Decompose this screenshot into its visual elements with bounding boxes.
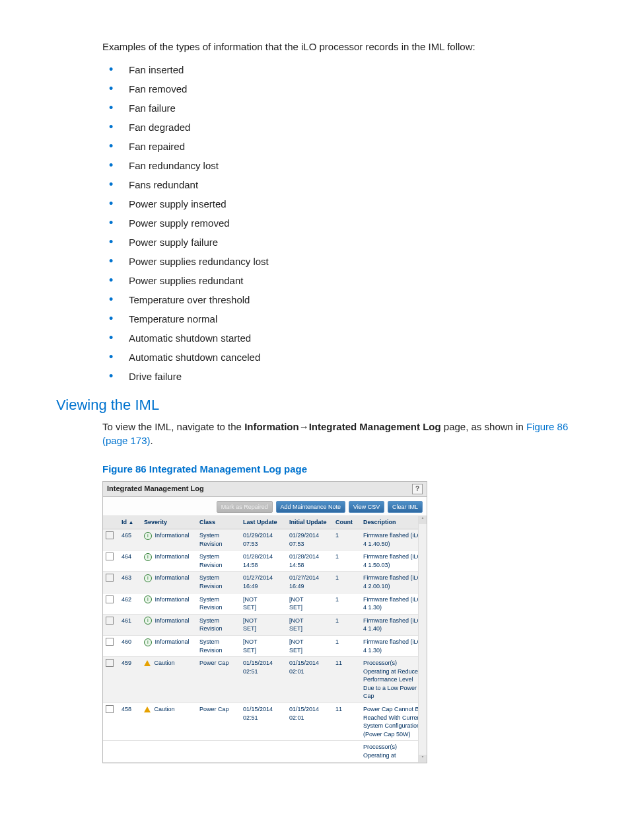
vertical-scrollbar[interactable]: ˄ ˅ [418, 516, 427, 762]
cell-description: Processor(s) Operating at Reduced Perfor… [361, 657, 427, 703]
row-checkbox[interactable] [106, 705, 114, 713]
list-item: Fan inserted [109, 60, 574, 79]
cell-class: System Revision [197, 572, 240, 593]
intro-paragraph: Examples of the types of information tha… [102, 40, 574, 54]
col-count[interactable]: Count [333, 516, 361, 529]
info-icon: i [144, 553, 152, 561]
cell-count: 1 [333, 614, 361, 635]
sort-ascending-icon: ▲ [129, 519, 134, 525]
cell-description: Firmware flashed (iLO 4 1.30) [361, 593, 427, 614]
cell-class: System Revision [197, 593, 240, 614]
list-item: Power supply inserted [109, 194, 574, 213]
table-row[interactable]: 460i InformationalSystem Revision[NOTSET… [103, 635, 427, 656]
list-item: Automatic shutdown started [109, 328, 574, 348]
table-row[interactable]: 462i InformationalSystem Revision[NOTSET… [103, 593, 427, 614]
row-checkbox[interactable] [106, 659, 114, 667]
cell-class: System Revision [197, 614, 240, 635]
arrow-icon: → [299, 421, 309, 432]
info-icon: i [144, 574, 152, 582]
scroll-down-icon[interactable]: ˅ [419, 755, 427, 763]
row-checkbox[interactable] [106, 531, 114, 539]
row-checkbox[interactable] [106, 638, 114, 646]
list-item: Power supply failure [109, 233, 574, 252]
cell-description: Firmware flashed (iLO 4 1.50.03) [361, 551, 427, 572]
cell-description: Power Cap Cannot Be Reached With Current… [361, 703, 427, 741]
add-maintenance-note-button[interactable]: Add Maintenance Note [276, 501, 346, 514]
table-row[interactable]: 464i InformationalSystem Revision01/28/2… [103, 551, 427, 572]
cell-description: Firmware flashed (iLO 4 2.00.10) [361, 572, 427, 593]
cell-class: System Revision [197, 551, 240, 572]
list-item: Fan redundancy lost [109, 156, 574, 175]
cell-initial-update: [NOTSET] [287, 593, 333, 614]
col-class[interactable]: Class [197, 516, 240, 529]
cell-description: Firmware flashed (iLO 4 1.30) [361, 635, 427, 656]
table-row[interactable]: 465i InformationalSystem Revision01/29/2… [103, 529, 427, 550]
cell-severity: i Informational [141, 529, 197, 550]
col-description[interactable]: Description [361, 516, 427, 529]
figure-iml-screenshot: Integrated Management Log ? Mark as Repa… [102, 481, 427, 763]
cell-count: 1 [333, 551, 361, 572]
cell-count: 1 [333, 572, 361, 593]
cell-description: Processor(s) Operating at [361, 741, 427, 762]
col-id[interactable]: Id ▲ [119, 516, 141, 529]
col-last-update[interactable]: Last Update [240, 516, 287, 529]
table-row[interactable]: 459 CautionPower Cap01/15/201402:5101/15… [103, 657, 427, 703]
text: To view the IML, navigate to the [102, 421, 244, 432]
cell-last-update: [NOTSET] [240, 593, 287, 614]
list-item: Fans redundant [109, 175, 574, 194]
cell-last-update: 01/29/201407:53 [240, 529, 287, 550]
mark-as-repaired-button[interactable]: Mark as Repaired [217, 501, 273, 514]
cell-id: 458 [119, 703, 141, 741]
list-item: Fan degraded [109, 118, 574, 137]
info-icon: i [144, 595, 152, 603]
cell-count: 11 [333, 657, 361, 703]
col-initial-update[interactable]: Initial Update [287, 516, 333, 529]
row-checkbox[interactable] [106, 553, 114, 560]
nav-path-information: Information [244, 421, 299, 432]
list-item: Power supplies redundant [109, 271, 574, 290]
section-heading-viewing-iml: Viewing the IML [56, 395, 574, 416]
list-item: Temperature normal [109, 309, 574, 328]
row-checkbox[interactable] [106, 574, 114, 582]
examples-list: Fan inserted Fan removed Fan failure Fan… [109, 60, 574, 386]
list-item: Fan repaired [109, 137, 574, 156]
col-id-label: Id [122, 519, 127, 525]
clear-iml-button[interactable]: Clear IML [388, 501, 423, 514]
cell-id: 460 [119, 635, 141, 656]
list-item: Temperature over threshold [109, 290, 574, 309]
info-icon: i [144, 638, 152, 646]
scroll-up-icon[interactable]: ˄ [419, 516, 427, 524]
cell-id: 461 [119, 614, 141, 635]
table-row[interactable]: 458 CautionPower Cap01/15/201402:5101/15… [103, 703, 427, 741]
iml-log-table: Id ▲ Severity Class Last Update Initial … [103, 516, 427, 762]
cell-count: 1 [333, 635, 361, 656]
table-row[interactable]: 463i InformationalSystem Revision01/27/2… [103, 572, 427, 593]
cell-id: 462 [119, 593, 141, 614]
cell-count: 1 [333, 529, 361, 550]
list-item: Automatic shutdown canceled [109, 348, 574, 367]
cell-initial-update: [NOTSET] [287, 635, 333, 656]
view-csv-button[interactable]: View CSV [349, 501, 384, 514]
cell-initial-update: 01/15/201402:01 [287, 703, 333, 741]
row-checkbox[interactable] [106, 595, 114, 603]
nav-path-iml: Integrated Management Log [309, 421, 441, 432]
cell-last-update: 01/15/201402:51 [240, 657, 287, 703]
text: page, as shown in [444, 421, 526, 432]
cell-class: System Revision [197, 635, 240, 656]
info-icon: i [144, 532, 152, 540]
list-item: Power supplies redundancy lost [109, 252, 574, 271]
help-icon[interactable]: ? [412, 484, 423, 494]
cell-severity: i Informational [141, 572, 197, 593]
figure-header: Integrated Management Log ? [103, 482, 427, 497]
table-row[interactable]: 461i InformationalSystem Revision[NOTSET… [103, 614, 427, 635]
cell-initial-update: 01/15/201402:01 [287, 657, 333, 703]
cell-severity: Caution [141, 657, 197, 703]
cell-description: Firmware flashed (iLO 4 1.40) [361, 614, 427, 635]
cell-severity: Caution [141, 703, 197, 741]
cell-initial-update: [NOTSET] [287, 614, 333, 635]
col-severity[interactable]: Severity [141, 516, 197, 529]
cell-id: 463 [119, 572, 141, 593]
row-checkbox[interactable] [106, 617, 114, 625]
figure-title: Integrated Management Log [107, 484, 204, 494]
cell-severity: i Informational [141, 551, 197, 572]
